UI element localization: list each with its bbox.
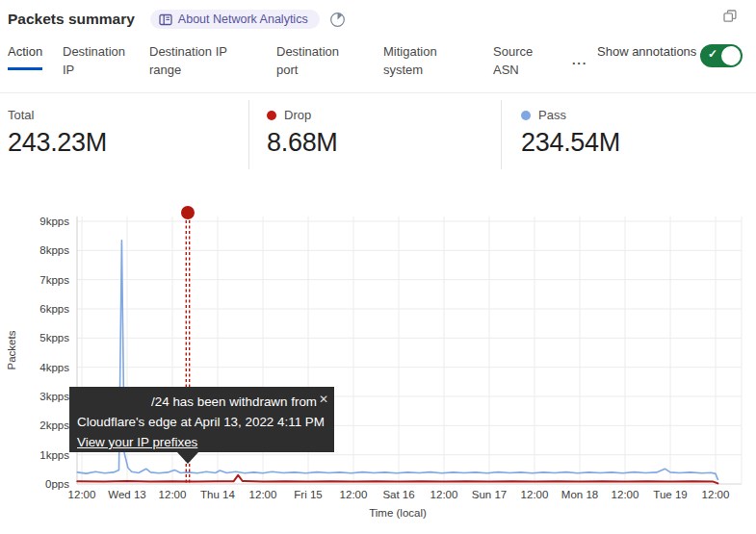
packets-summary-panel: 0pps1kpps2kpps3kpps4kpps5kpps6kpps7kpps8… (0, 0, 756, 534)
summary-stats: Total 243.23M Drop 8.68M Pass 234.54M (0, 94, 756, 175)
tooltip-caret (177, 452, 198, 464)
dimension-tabs: Action Destination IP Destination IP ran… (0, 43, 756, 93)
panel-header: Packets summary About Network Analytics (0, 0, 756, 38)
more-tabs-button[interactable]: ··· (572, 56, 597, 70)
series-line-drop (77, 475, 717, 484)
svg-text:12:00: 12:00 (340, 489, 368, 500)
show-annotations-toggle[interactable]: ✓ (700, 44, 743, 67)
svg-text:12:00: 12:00 (521, 489, 549, 500)
check-icon: ✓ (708, 47, 717, 61)
about-network-analytics-badge[interactable]: About Network Analytics (150, 10, 320, 29)
tooltip-line1: /24 has been withdrawn from (77, 392, 325, 412)
stat-pass-label: Pass (538, 108, 566, 122)
svg-text:Tue 19: Tue 19 (653, 489, 687, 500)
svg-text:12:00: 12:00 (612, 489, 639, 500)
expand-icon[interactable] (721, 8, 739, 29)
svg-text:Thu 14: Thu 14 (200, 489, 235, 500)
svg-text:4kpps: 4kpps (39, 362, 69, 373)
tab-destination-port[interactable]: Destination port (276, 43, 383, 80)
svg-text:Mon 18: Mon 18 (561, 489, 598, 500)
svg-text:Sun 17: Sun 17 (472, 489, 507, 500)
stat-total-value: 243.23M (8, 128, 248, 158)
svg-text:9kpps: 9kpps (39, 216, 69, 227)
book-icon (159, 13, 172, 26)
stat-pass: Pass 234.54M (501, 100, 756, 169)
stat-drop-label: Drop (284, 108, 311, 122)
show-annotations-label: Show annotations (597, 43, 700, 62)
svg-text:Sat 16: Sat 16 (382, 489, 414, 500)
svg-text:12:00: 12:00 (702, 489, 730, 500)
badge-label: About Network Analytics (178, 13, 308, 26)
tab-destination-ip-range[interactable]: Destination IP range (149, 43, 276, 80)
tab-destination-ip[interactable]: Destination IP (63, 43, 149, 80)
stat-total: Total 243.23M (0, 100, 248, 169)
y-axis-title: Packets (6, 330, 17, 369)
close-icon[interactable]: ✕ (319, 390, 328, 410)
view-ip-prefixes-link[interactable]: View your IP prefixes (77, 432, 197, 452)
tab-mitigation-system[interactable]: Mitigation system (383, 43, 493, 80)
svg-text:6kpps: 6kpps (39, 303, 69, 315)
x-axis-title: Time (local) (369, 507, 427, 519)
svg-text:12:00: 12:00 (159, 489, 187, 500)
svg-text:Wed 13: Wed 13 (108, 489, 145, 500)
tooltip-line2: Cloudflare's edge at April 13, 2022 4:11… (77, 412, 325, 432)
pass-legend-dot (521, 111, 531, 120)
svg-text:Fri 15: Fri 15 (294, 489, 322, 500)
tab-action[interactable]: Action (8, 43, 63, 70)
stat-total-label: Total (8, 108, 248, 122)
svg-text:12:00: 12:00 (430, 489, 458, 500)
toggle-knob (721, 46, 741, 65)
svg-text:8kpps: 8kpps (39, 244, 69, 256)
svg-text:5kpps: 5kpps (39, 332, 69, 343)
stat-pass-value: 234.54M (521, 128, 756, 158)
svg-text:12:00: 12:00 (249, 489, 277, 500)
page-title: Packets summary (8, 11, 135, 28)
svg-text:12:00: 12:00 (68, 489, 96, 500)
svg-text:2kpps: 2kpps (39, 420, 69, 431)
drop-legend-dot (267, 111, 276, 120)
stat-drop: Drop 8.68M (248, 100, 501, 169)
annotation-tooltip: /24 has been withdrawn from Cloudflare's… (69, 387, 334, 452)
svg-text:1kpps: 1kpps (39, 449, 69, 461)
annotation-marker[interactable] (181, 206, 195, 219)
svg-text:0pps: 0pps (45, 478, 69, 490)
tab-source-asn[interactable]: Source ASN (493, 43, 572, 80)
stat-drop-value: 8.68M (267, 128, 501, 158)
svg-text:7kpps: 7kpps (39, 274, 69, 286)
svg-text:3kpps: 3kpps (39, 391, 69, 402)
time-pie-icon[interactable] (329, 12, 346, 28)
